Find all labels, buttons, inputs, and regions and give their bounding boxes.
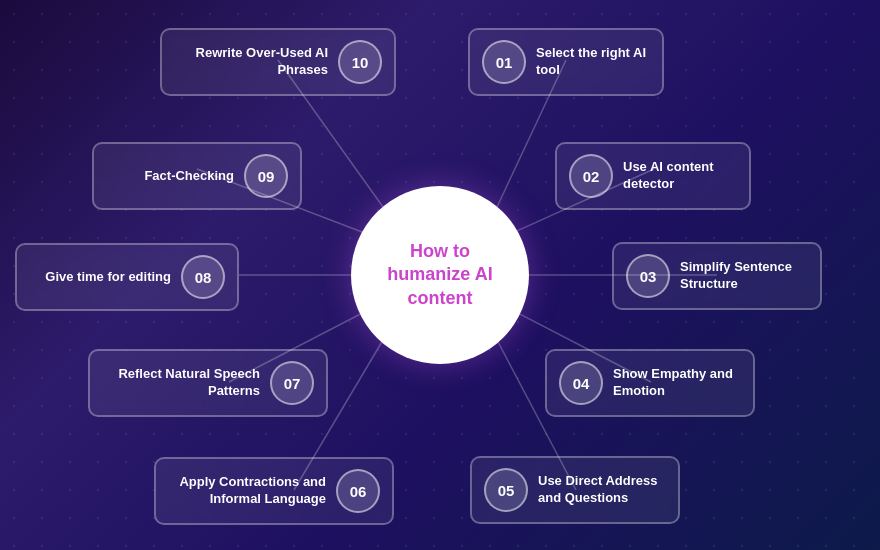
card-09: 09 Fact-Checking (92, 142, 302, 210)
card-03: 03 Simplify Sentence Structure (612, 242, 822, 310)
card-04: 04 Show Empathy and Emotion (545, 349, 755, 417)
center-title: How to humanize AI content (377, 230, 502, 320)
card-04-text: Show Empathy and Emotion (613, 366, 739, 400)
badge-07: 07 (270, 361, 314, 405)
card-01-text: Select the right AI tool (536, 45, 648, 79)
card-01: 01 Select the right AI tool (468, 28, 664, 96)
badge-06: 06 (336, 469, 380, 513)
badge-04: 04 (559, 361, 603, 405)
card-09-text: Fact-Checking (144, 168, 234, 185)
badge-01: 01 (482, 40, 526, 84)
card-02-text: Use AI content detector (623, 159, 735, 193)
badge-09: 09 (244, 154, 288, 198)
center-circle: How to humanize AI content (351, 186, 529, 364)
badge-02: 02 (569, 154, 613, 198)
badge-10: 10 (338, 40, 382, 84)
card-06: 06 Apply Contractions and Informal Langu… (154, 457, 394, 525)
card-06-text: Apply Contractions and Informal Language (170, 474, 326, 508)
badge-03: 03 (626, 254, 670, 298)
card-08: 08 Give time for editing (15, 243, 239, 311)
card-10: 10 Rewrite Over-Used AI Phrases (160, 28, 396, 96)
card-03-text: Simplify Sentence Structure (680, 259, 806, 293)
main-container: How to humanize AI content 01 Select the… (0, 0, 880, 550)
badge-08: 08 (181, 255, 225, 299)
card-02: 02 Use AI content detector (555, 142, 751, 210)
badge-05: 05 (484, 468, 528, 512)
card-10-text: Rewrite Over-Used AI Phrases (176, 45, 328, 79)
card-07-text: Reflect Natural Speech Patterns (104, 366, 260, 400)
card-05-text: Use Direct Address and Questions (538, 473, 664, 507)
card-07: 07 Reflect Natural Speech Patterns (88, 349, 328, 417)
card-05: 05 Use Direct Address and Questions (470, 456, 680, 524)
card-08-text: Give time for editing (45, 269, 171, 286)
